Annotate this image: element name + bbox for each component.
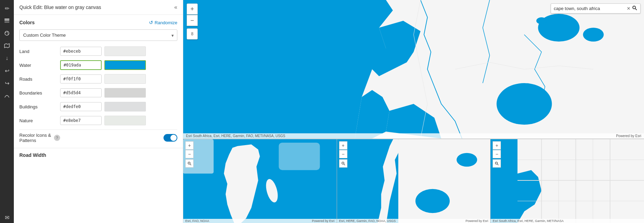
randomize-button[interactable]: ↺ Randomize <box>149 20 177 25</box>
undo-icon[interactable]: ↩ <box>1 65 12 76</box>
color-row-buildings: Buildings <box>19 102 177 112</box>
svg-point-4 <box>6 32 6 33</box>
mail-icon[interactable]: ✉ <box>1 212 12 223</box>
boundaries-hex-input[interactable] <box>60 88 102 97</box>
roads-hex-input[interactable] <box>60 74 102 83</box>
color-row-boundaries: Boundaries <box>19 88 177 98</box>
thumb-2-attr-right: Powered by Esri <box>466 219 488 223</box>
thumbnail-3-map <box>491 139 644 223</box>
thumbnail-3[interactable]: + − Esri South Africa, Esri, HERE, Garmi… <box>491 139 644 223</box>
svg-point-10 <box>536 17 547 24</box>
land-hex-input[interactable] <box>60 47 102 56</box>
thumb-1-controls: + − <box>185 141 194 168</box>
nature-hex-input[interactable] <box>60 116 102 125</box>
svg-point-3 <box>5 31 9 35</box>
thumb-1-attr-right: Powered by Esri <box>312 219 335 223</box>
map-search-input[interactable] <box>554 6 627 11</box>
thumb-3-search[interactable] <box>493 159 501 168</box>
thumbnails-row: + − Esri, FAO, NOAA Powered by Esri <box>183 139 644 223</box>
recolor-toggle[interactable] <box>164 134 177 142</box>
palette-icon[interactable] <box>1 28 12 39</box>
svg-line-25 <box>344 164 345 166</box>
map-search-bar: ✕ <box>551 3 641 14</box>
map-area: + − 8 ✕ Esri South Africa, Esri, HERE, G… <box>183 0 644 223</box>
color-row-roads: Roads <box>19 74 177 84</box>
edit-icon[interactable]: ✏ <box>1 3 12 14</box>
thumb-3-controls: + − <box>493 141 501 168</box>
thumb-2-attr-left: Esri, HERE, Garmin, FAO, NOAA, USGS <box>339 219 396 223</box>
basemap-icon[interactable] <box>1 40 12 51</box>
zoom-in-button[interactable]: + <box>187 3 198 15</box>
search-clear-button[interactable]: ✕ <box>627 6 631 11</box>
buildings-color-swatch[interactable] <box>104 102 146 112</box>
svg-rect-0 <box>4 19 9 20</box>
svg-point-9 <box>583 28 604 42</box>
thumb-2-zoom-in[interactable]: + <box>339 141 347 150</box>
buildings-hex-input[interactable] <box>60 102 102 111</box>
thumb-1-attr-left: Esri, FAO, NOAA <box>185 219 209 223</box>
main-map[interactable]: + − 8 ✕ Esri South Africa, Esri, HERE, G… <box>183 0 644 139</box>
thumb-2-controls: + − <box>339 141 347 168</box>
land-color-swatch[interactable] <box>104 46 146 56</box>
colors-section: Colors ↺ Randomize Custom Color Theme De… <box>14 15 183 148</box>
panel-close-button[interactable]: « <box>174 4 177 10</box>
thumb-2-search[interactable] <box>339 159 347 168</box>
svg-line-13 <box>635 9 637 10</box>
hook-icon[interactable]: ↪ <box>1 78 12 89</box>
recolor-label: Recolor Icons &Patterns <box>19 133 51 143</box>
recolor-help-icon[interactable]: ? <box>54 135 60 141</box>
land-label: Land <box>19 49 57 54</box>
map-controls: + − 8 <box>187 3 198 39</box>
search-submit-button[interactable] <box>632 5 637 12</box>
map-svg <box>183 0 644 139</box>
thumbnail-1[interactable]: + − Esri, FAO, NOAA Powered by Esri <box>183 139 337 223</box>
thumb-1-attribution: Esri, FAO, NOAA Powered by Esri <box>183 219 337 223</box>
theme-select-wrapper: Custom Color Theme Default Dark Light ▾ <box>19 29 177 41</box>
panel-title: Quick Edit: Blue water on gray canvas <box>19 5 101 10</box>
side-panel: Quick Edit: Blue water on gray canvas « … <box>14 0 183 223</box>
randomize-label: Randomize <box>155 20 177 25</box>
map-attribution: Esri South Africa, Esri, HERE, Garmin, F… <box>183 133 644 139</box>
toolbar: ✏ ↓ ↩ ↪ ✉ <box>0 0 14 223</box>
thumb-3-attr-left: Esri South Africa, Esri, HERE, Garmin, M… <box>493 219 563 223</box>
thumb-1-zoom-out[interactable]: − <box>185 150 194 158</box>
panel-header: Quick Edit: Blue water on gray canvas « <box>14 0 183 15</box>
svg-point-11 <box>497 83 552 125</box>
layers-icon[interactable] <box>1 15 12 26</box>
recolor-left: Recolor Icons &Patterns ? <box>19 133 60 143</box>
nature-color-swatch[interactable] <box>104 116 146 125</box>
buildings-label: Buildings <box>19 104 57 109</box>
thumb-1-search[interactable] <box>185 159 194 168</box>
toggle-knob <box>170 135 177 141</box>
roads-label: Roads <box>19 77 57 82</box>
svg-point-12 <box>633 6 636 9</box>
theme-select[interactable]: Custom Color Theme Default Dark Light <box>19 29 177 41</box>
svg-point-22 <box>415 189 449 213</box>
roads-color-swatch[interactable] <box>104 74 146 84</box>
svg-line-37 <box>497 164 499 166</box>
attribution-right: Powered by Esri <box>616 134 641 138</box>
water-hex-input[interactable] <box>60 60 102 70</box>
recolor-row: Recolor Icons &Patterns ? <box>19 133 177 143</box>
colors-section-header: Colors ↺ Randomize <box>19 20 177 25</box>
color-row-water: Water <box>19 60 177 70</box>
thumb-3-zoom-in[interactable]: + <box>493 141 501 150</box>
zoom-level-indicator: 8 <box>187 28 198 39</box>
nature-label: Nature <box>19 118 57 123</box>
water-label: Water <box>19 63 57 68</box>
divider <box>19 130 177 130</box>
svg-line-19 <box>190 164 192 166</box>
svg-point-6 <box>8 34 8 34</box>
road-width-section: Road Width <box>14 148 183 162</box>
thumb-3-zoom-out[interactable]: − <box>493 150 501 158</box>
thumb-1-zoom-in[interactable]: + <box>185 141 194 150</box>
curve-icon[interactable] <box>1 90 12 101</box>
zoom-out-button[interactable]: − <box>187 15 198 26</box>
download-icon[interactable]: ↓ <box>1 53 12 64</box>
boundaries-color-swatch[interactable] <box>104 88 146 98</box>
thumbnail-1-map <box>183 139 337 223</box>
thumb-2-zoom-out[interactable]: − <box>339 150 347 158</box>
color-row-land: Land <box>19 46 177 56</box>
thumbnail-2[interactable]: + − Esri, HERE, Garmin, FAO, NOAA, USGS … <box>337 139 491 223</box>
water-color-swatch[interactable] <box>104 60 146 70</box>
